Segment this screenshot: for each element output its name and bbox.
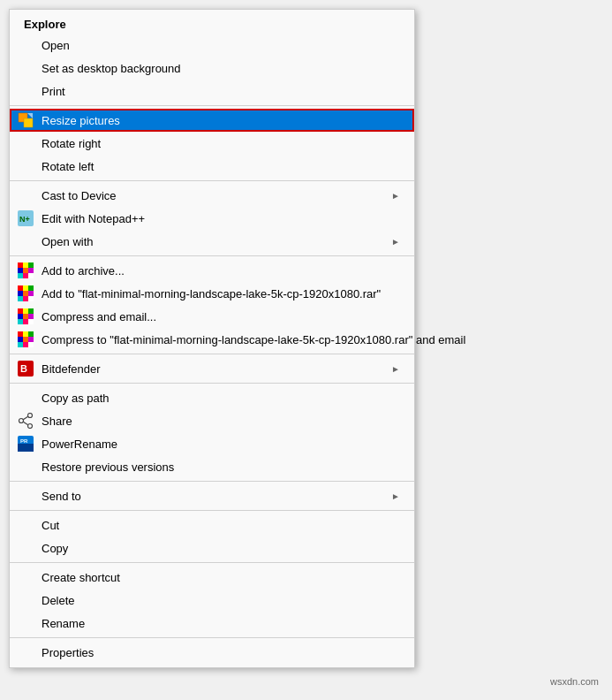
svg-rect-26 <box>18 308 23 314</box>
menu-item-set-desktop-bg[interactable]: Set as desktop background <box>10 57 414 80</box>
menu-item-copy-as-path[interactable]: Copy as path <box>10 386 414 409</box>
cast-to-device-arrow: ► <box>391 191 400 201</box>
menu-item-restore-prev[interactable]: Restore previous versions <box>10 455 414 478</box>
open-with-arrow: ► <box>391 237 400 247</box>
powerrename-icon: PR <box>17 435 34 453</box>
separator-7 <box>10 510 414 511</box>
svg-rect-28 <box>28 308 34 314</box>
menu-item-compress-email[interactable]: Compress and email... <box>10 305 414 328</box>
svg-rect-17 <box>23 285 28 291</box>
svg-rect-8 <box>28 262 34 268</box>
svg-marker-2 <box>27 113 33 118</box>
menu-item-delete[interactable]: Delete <box>10 589 414 612</box>
svg-line-50 <box>23 416 27 419</box>
svg-rect-40 <box>23 337 28 342</box>
svg-rect-18 <box>28 285 34 291</box>
menu-item-copy[interactable]: Copy <box>10 536 414 559</box>
separator-4 <box>10 354 414 354</box>
svg-rect-53 <box>18 444 34 452</box>
svg-rect-38 <box>28 331 34 337</box>
svg-line-51 <box>23 422 27 424</box>
svg-rect-22 <box>18 296 23 301</box>
svg-rect-14 <box>28 273 34 278</box>
rar-icon-4 <box>17 331 34 348</box>
menu-item-rename[interactable]: Rename <box>10 612 414 635</box>
rar-icon-3 <box>17 308 34 325</box>
svg-rect-6 <box>18 262 23 268</box>
svg-rect-11 <box>28 268 34 273</box>
svg-rect-9 <box>18 268 23 273</box>
menu-item-rotate-left[interactable]: Rotate left <box>10 155 414 178</box>
svg-rect-16 <box>18 285 23 291</box>
menu-item-add-archive[interactable]: Add to archive... <box>10 259 414 282</box>
section-header: Explore <box>10 13 414 34</box>
separator-3 <box>10 255 414 256</box>
bitdefender-arrow: ► <box>391 364 400 374</box>
svg-rect-29 <box>18 314 23 319</box>
svg-rect-42 <box>18 342 23 347</box>
menu-item-powerrename[interactable]: PR PowerRename <box>10 432 414 455</box>
svg-point-47 <box>28 414 33 418</box>
resize-icon <box>17 111 34 129</box>
menu-item-properties[interactable]: Properties <box>10 641 414 664</box>
svg-rect-31 <box>28 314 34 319</box>
svg-rect-37 <box>23 331 28 337</box>
svg-rect-19 <box>18 291 23 296</box>
separator-6 <box>10 481 414 482</box>
share-icon <box>17 412 34 430</box>
notepadpp-icon: N+ <box>17 209 34 227</box>
svg-text:B: B <box>20 363 27 374</box>
svg-rect-24 <box>28 296 34 301</box>
menu-item-cast-to-device[interactable]: Cast to Device ► <box>10 184 414 207</box>
separator-1 <box>10 105 414 106</box>
svg-rect-34 <box>28 319 34 324</box>
svg-text:PR: PR <box>20 438 28 444</box>
context-menu: Explore Open Set as desktop background P… <box>9 9 415 668</box>
menu-item-open[interactable]: Open <box>10 34 414 57</box>
svg-rect-44 <box>28 342 34 347</box>
rar-icon-1 <box>17 262 34 279</box>
svg-rect-10 <box>23 268 28 273</box>
menu-item-print[interactable]: Print <box>10 80 414 103</box>
menu-item-resize-pictures[interactable]: Resize pictures <box>10 109 414 132</box>
menu-item-edit-notepadpp[interactable]: N+ Edit with Notepad++ <box>10 207 414 230</box>
svg-rect-32 <box>18 319 23 324</box>
menu-item-create-shortcut[interactable]: Create shortcut <box>10 566 414 589</box>
svg-point-49 <box>19 419 24 423</box>
svg-rect-30 <box>23 314 28 319</box>
svg-rect-39 <box>18 337 23 342</box>
menu-item-bitdefender[interactable]: B Bitdefender ► <box>10 357 414 380</box>
svg-rect-13 <box>23 273 28 278</box>
separator-5 <box>10 383 414 384</box>
svg-rect-1 <box>24 118 33 127</box>
svg-text:N+: N+ <box>19 215 30 224</box>
menu-item-rotate-right[interactable]: Rotate right <box>10 132 414 155</box>
svg-rect-7 <box>23 262 28 268</box>
separator-8 <box>10 562 414 563</box>
svg-rect-36 <box>18 331 23 337</box>
menu-item-share[interactable]: Share <box>10 409 414 432</box>
svg-rect-23 <box>23 296 28 301</box>
menu-item-open-with[interactable]: Open with ► <box>10 230 414 253</box>
menu-item-send-to[interactable]: Send to ► <box>10 484 414 507</box>
separator-2 <box>10 180 414 181</box>
svg-rect-43 <box>23 342 28 347</box>
menu-item-compress-to-rar-email[interactable]: Compress to "flat-minimal-morning-landsc… <box>10 328 414 351</box>
watermark: wsxdn.com <box>550 676 599 687</box>
svg-rect-21 <box>28 291 34 296</box>
svg-point-48 <box>28 424 33 429</box>
menu-item-add-rar[interactable]: Add to "flat-minimal-morning-landscape-l… <box>10 282 414 305</box>
svg-rect-33 <box>23 319 28 324</box>
rar-icon-2 <box>17 285 34 302</box>
bitdefender-icon: B <box>17 360 34 377</box>
menu-item-cut[interactable]: Cut <box>10 514 414 536</box>
send-to-arrow: ► <box>391 491 400 501</box>
svg-rect-41 <box>28 337 34 342</box>
svg-rect-27 <box>23 308 28 314</box>
svg-rect-20 <box>23 291 28 296</box>
separator-9 <box>10 637 414 638</box>
svg-rect-12 <box>18 273 23 278</box>
